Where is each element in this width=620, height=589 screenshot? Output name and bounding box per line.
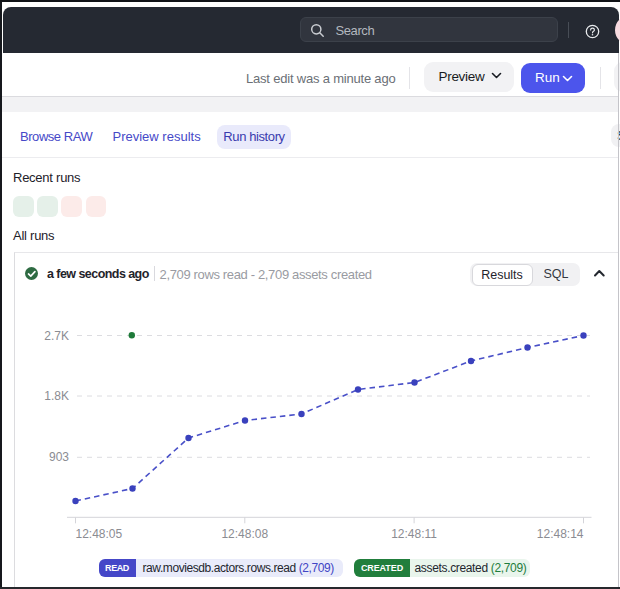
svg-text:1.8K: 1.8K xyxy=(44,389,69,403)
svg-text:12:48:11: 12:48:11 xyxy=(391,527,437,541)
svg-text:2.7K: 2.7K xyxy=(44,329,69,343)
svg-text:12:48:08: 12:48:08 xyxy=(221,527,268,541)
svg-text:12:48:05: 12:48:05 xyxy=(76,527,123,541)
svg-text:903: 903 xyxy=(49,450,69,464)
svg-text:12:48:14: 12:48:14 xyxy=(537,527,584,541)
